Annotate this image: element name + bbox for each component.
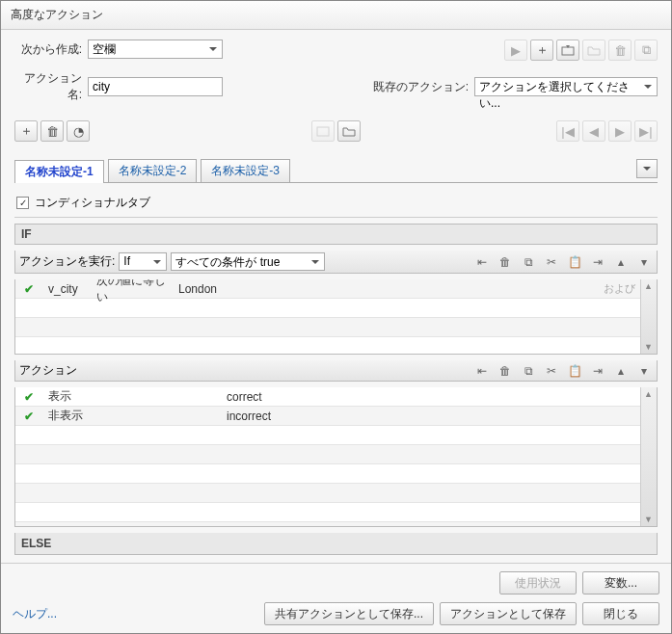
svg-rect-0 xyxy=(562,47,574,55)
trash3-icon[interactable]: 🗑 xyxy=(497,363,514,379)
paste2-icon[interactable]: 📋 xyxy=(566,363,583,379)
action-type: 非表示 xyxy=(42,408,221,424)
prev-icon[interactable]: ◀ xyxy=(582,120,605,142)
conditions-grid: および ✔ v_city 次の値に等しい London xyxy=(14,279,658,355)
usage-button[interactable]: 使用状況 xyxy=(499,571,577,594)
actions-grid: ✔ 表示 correct ✔ 非表示 incorrect xyxy=(14,387,658,527)
help-link[interactable]: ヘルプ... xyxy=(13,606,57,622)
check-icon: ✔ xyxy=(15,282,42,296)
cut2-icon[interactable]: ✂ xyxy=(543,363,560,379)
save-action-button[interactable]: アクションとして保存 xyxy=(440,602,577,625)
cond-op: 次の値に等しい xyxy=(91,279,173,305)
add-icon[interactable]: ＋ xyxy=(530,40,553,61)
exec-action-select[interactable]: If xyxy=(119,252,167,271)
tab-bar: 名称未設定-1 名称未設定-2 名称未設定-3 xyxy=(14,159,658,183)
copy-icon[interactable]: ⧉ xyxy=(634,40,658,61)
action-name-label: アクション名: xyxy=(14,70,82,103)
paste-icon[interactable]: 📋 xyxy=(566,254,583,270)
up2-icon[interactable]: ▴ xyxy=(612,363,630,379)
condition-row[interactable]: ✔ v_city 次の値に等しい London xyxy=(15,279,657,299)
svg-rect-1 xyxy=(317,127,329,136)
action-target: correct xyxy=(221,390,268,404)
footer: 使用状況 変数... ヘルプ... 共有アクションとして保存... アクションと… xyxy=(1,563,671,633)
window-title: 高度なアクション xyxy=(1,1,671,30)
exec-action-label: アクションを実行: xyxy=(19,253,115,270)
conditional-checkbox[interactable]: ✓ xyxy=(16,197,29,209)
delete-icon[interactable]: 🗑 xyxy=(608,40,632,61)
cond-mode-select[interactable]: すべての条件が true xyxy=(171,252,325,271)
tab-2[interactable]: 名称未設定-2 xyxy=(108,159,198,182)
preview-icon[interactable] xyxy=(311,120,335,142)
action-section-header: アクション ⇤ 🗑 ⧉ ✂ 📋 ⇥ ▴ ▾ xyxy=(14,360,658,382)
else-header: ELSE xyxy=(14,533,658,555)
cond-value: London xyxy=(173,282,223,296)
create-from-label: 次から作成: xyxy=(14,41,82,58)
indent-icon[interactable]: ⇤ xyxy=(473,254,491,270)
close-button[interactable]: 閉じる xyxy=(582,602,659,625)
tab-1[interactable]: 名称未設定-1 xyxy=(14,160,104,183)
down2-icon[interactable]: ▾ xyxy=(635,363,653,379)
cut-icon[interactable]: ✂ xyxy=(543,254,560,270)
check-icon: ✔ xyxy=(15,409,42,423)
variables-button[interactable]: 変数... xyxy=(582,571,659,594)
outdent-icon[interactable]: ⇥ xyxy=(589,254,606,270)
main-content: 次から作成: 空欄 ▶ ＋ 🗑 ⧉ アクション名: 既存のアクション: アクショ… xyxy=(1,30,671,563)
import-icon[interactable] xyxy=(556,40,579,61)
trash2-icon[interactable]: 🗑 xyxy=(497,254,514,270)
existing-action-label: 既存のアクション: xyxy=(373,79,469,95)
action-type: 表示 xyxy=(42,388,221,405)
play-icon[interactable]: ▶ xyxy=(504,40,527,61)
cond-field: v_city xyxy=(42,282,91,296)
folder2-icon[interactable] xyxy=(337,120,361,142)
folder-icon[interactable] xyxy=(582,40,605,61)
first-icon[interactable]: |◀ xyxy=(556,120,579,142)
scrollbar[interactable] xyxy=(640,279,657,354)
copy3-icon[interactable]: ⧉ xyxy=(520,363,537,379)
copy2-icon[interactable]: ⧉ xyxy=(520,254,537,270)
scrollbar[interactable] xyxy=(640,387,657,526)
trash-button[interactable]: 🗑 xyxy=(40,120,64,142)
conditional-label: コンディショナルタブ xyxy=(35,195,150,211)
action-row[interactable]: ✔ 非表示 incorrect xyxy=(15,407,657,426)
and-or-label: および xyxy=(604,281,635,296)
save-shared-button[interactable]: 共有アクションとして保存... xyxy=(264,602,434,625)
duplicate-button[interactable]: ◔ xyxy=(67,120,90,142)
action-target: incorrect xyxy=(221,409,277,423)
next-icon[interactable]: ▶ xyxy=(608,120,632,142)
check-icon: ✔ xyxy=(15,390,42,404)
action-name-input[interactable] xyxy=(88,77,223,96)
existing-action-select[interactable]: アクションを選択してください... xyxy=(474,77,658,96)
action-header-label: アクション xyxy=(19,362,77,379)
indent2-icon[interactable]: ⇤ xyxy=(473,363,491,379)
tab-3[interactable]: 名称未設定-3 xyxy=(201,159,290,182)
create-from-select[interactable]: 空欄 xyxy=(88,40,223,59)
down-icon[interactable]: ▾ xyxy=(635,254,653,270)
up-icon[interactable]: ▴ xyxy=(612,254,630,270)
outdent2-icon[interactable]: ⇥ xyxy=(589,363,606,379)
if-header: IF xyxy=(14,224,658,245)
action-row[interactable]: ✔ 表示 correct xyxy=(15,387,657,407)
tab-dropdown[interactable] xyxy=(636,159,658,178)
last-icon[interactable]: ▶| xyxy=(634,120,658,142)
condition-toolbar: アクションを実行: If すべての条件が true ⇤ 🗑 ⧉ ✂ 📋 ⇥ ▴ … xyxy=(14,251,658,274)
add-button[interactable]: ＋ xyxy=(14,120,38,142)
top-icon-group: ▶ ＋ 🗑 ⧉ xyxy=(504,40,658,61)
